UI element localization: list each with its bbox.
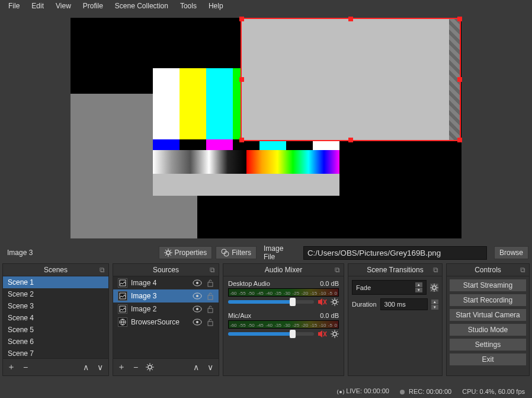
control-button-start-recording[interactable]: Start Recording (449, 294, 527, 307)
volume-slider[interactable] (228, 332, 314, 336)
transition-duration-input[interactable]: 300 ms (380, 298, 428, 310)
mixer-settings-icon[interactable] (331, 330, 339, 338)
transitions-popout-icon[interactable]: ⧉ (433, 266, 438, 274)
svg-point-21 (333, 332, 336, 336)
sources-popout-icon[interactable]: ⧉ (210, 266, 215, 274)
mute-button-icon[interactable] (318, 330, 327, 338)
resize-handle-w[interactable] (239, 77, 244, 82)
scene-move-up-button[interactable]: ∧ (79, 361, 92, 374)
mixer-body: Desktop Audio0.0 dB-60-55-50-45-40-35-30… (223, 276, 344, 348)
svg-point-20 (333, 300, 336, 304)
resize-handle-e[interactable] (457, 77, 462, 82)
vu-meter: -60-55-50-45-40-35-30-25-20-15-10-50 (228, 288, 339, 297)
lock-toggle-icon[interactable] (207, 292, 214, 300)
sources-list[interactable]: Image 4Image 3Image 2BrowserSource (113, 276, 219, 358)
lock-toggle-icon[interactable] (207, 305, 214, 313)
sources-title: Sources (153, 266, 179, 274)
resize-handle-nw[interactable] (239, 17, 244, 21)
transition-select[interactable]: Fade ▴▾ (352, 280, 427, 295)
audio-mixer-dock: Audio Mixer ⧉ Desktop Audio0.0 dB-60-55-… (223, 263, 344, 376)
menu-help[interactable]: Help (203, 1, 229, 11)
svg-rect-3 (120, 280, 126, 286)
source-remove-button[interactable]: − (129, 361, 142, 374)
resize-handle-s[interactable] (348, 138, 353, 142)
scene-item[interactable]: Scene 4 (3, 312, 108, 324)
source-item[interactable]: Image 2 (113, 303, 219, 316)
menu-scene-collection[interactable]: Scene Collection (109, 1, 174, 11)
transition-stepper[interactable]: ▴▾ (415, 282, 422, 292)
image-file-label: Image File (260, 243, 300, 262)
status-live: LIVE: 00:00:00 (337, 387, 389, 395)
scene-remove-button[interactable]: − (19, 361, 32, 374)
broadcast-icon (337, 389, 344, 396)
menu-profile[interactable]: Profile (77, 1, 109, 11)
scenes-list[interactable]: Scene 1Scene 2Scene 3Scene 4Scene 5Scene… (3, 276, 108, 358)
volume-slider[interactable] (228, 300, 314, 304)
scenes-popout-icon[interactable]: ⧉ (100, 266, 105, 274)
resize-handle-se[interactable] (457, 138, 462, 142)
preview-canvas[interactable] (70, 18, 462, 238)
image-file-input[interactable] (303, 246, 487, 260)
transition-duration-stepper[interactable]: ▴▾ (431, 300, 438, 310)
mixer-channel-name: Mic/Aux (228, 312, 251, 319)
scene-add-button[interactable]: ＋ (5, 361, 18, 374)
resize-handle-n[interactable] (348, 17, 353, 21)
mixer-channel-level: 0.0 dB (320, 280, 339, 287)
menu-file[interactable]: File (2, 1, 25, 11)
browse-button[interactable]: Browse (494, 246, 528, 259)
svg-rect-18 (208, 321, 213, 326)
source-move-down-button[interactable]: ∨ (204, 361, 217, 374)
mixer-settings-icon[interactable] (331, 298, 339, 306)
scene-transitions-dock: Scene Transitions ⧉ Fade ▴▾ Duration 300… (348, 263, 443, 376)
svg-rect-7 (120, 293, 126, 299)
mixer-channel: Mic/Aux0.0 dB-60-55-50-45-40-35-30-25-20… (228, 312, 339, 338)
scene-item[interactable]: Scene 6 (3, 336, 108, 348)
controls-dock-header: Controls ⧉ (447, 264, 529, 276)
source-properties-button[interactable] (143, 361, 156, 374)
svg-rect-14 (208, 308, 213, 313)
source-move-up-button[interactable]: ∧ (190, 361, 203, 374)
filters-button[interactable]: Filters (216, 246, 257, 259)
mixer-popout-icon[interactable]: ⧉ (335, 266, 340, 274)
scene-item[interactable]: Scene 5 (3, 324, 108, 336)
control-button-studio-mode[interactable]: Studio Mode (449, 323, 527, 336)
menu-view[interactable]: View (50, 1, 77, 11)
control-button-start-virtual-camera[interactable]: Start Virtual Camera (449, 308, 527, 321)
properties-button[interactable]: Properties (159, 246, 213, 259)
visibility-toggle-icon[interactable] (193, 279, 202, 286)
svg-point-13 (196, 308, 198, 310)
control-button-exit[interactable]: Exit (449, 353, 527, 366)
resize-handle-sw[interactable] (239, 138, 244, 142)
source-item-label: Image 3 (131, 292, 156, 300)
preview-selection-box[interactable] (241, 18, 461, 141)
control-button-start-streaming[interactable]: Start Streaming (449, 279, 527, 292)
source-item[interactable]: Image 3 (113, 289, 219, 303)
status-live-time: 00:00:00 (364, 387, 389, 394)
source-item[interactable]: Image 4 (113, 276, 219, 289)
visibility-toggle-icon[interactable] (193, 305, 202, 313)
source-item-label: Image 4 (131, 279, 156, 287)
status-live-label: LIVE: (346, 387, 362, 394)
control-button-settings[interactable]: Settings (449, 338, 527, 351)
controls-popout-icon[interactable]: ⧉ (520, 266, 525, 274)
lock-toggle-icon[interactable] (207, 318, 214, 326)
scene-item[interactable]: Scene 3 (3, 300, 108, 312)
scene-item[interactable]: Scene 2 (3, 288, 108, 300)
lock-toggle-icon[interactable] (207, 279, 214, 287)
sources-dock: Sources ⧉ Image 4Image 3Image 2BrowserSo… (113, 263, 219, 376)
svg-point-5 (196, 282, 198, 284)
visibility-toggle-icon[interactable] (193, 292, 202, 300)
mute-button-icon[interactable] (318, 298, 327, 306)
resize-handle-ne[interactable] (457, 17, 462, 21)
source-add-button[interactable]: ＋ (115, 361, 128, 374)
transition-properties-button[interactable] (430, 284, 438, 292)
scene-item[interactable]: Scene 1 (3, 276, 108, 288)
menu-tools[interactable]: Tools (174, 1, 203, 11)
visibility-toggle-icon[interactable] (193, 319, 202, 326)
scene-item[interactable]: Scene 7 (3, 348, 108, 358)
menu-edit[interactable]: Edit (25, 1, 50, 11)
scene-move-down-button[interactable]: ∨ (94, 361, 107, 374)
svg-rect-10 (208, 295, 213, 300)
transition-duration-label: Duration (352, 301, 377, 308)
source-item[interactable]: BrowserSource (113, 316, 219, 329)
